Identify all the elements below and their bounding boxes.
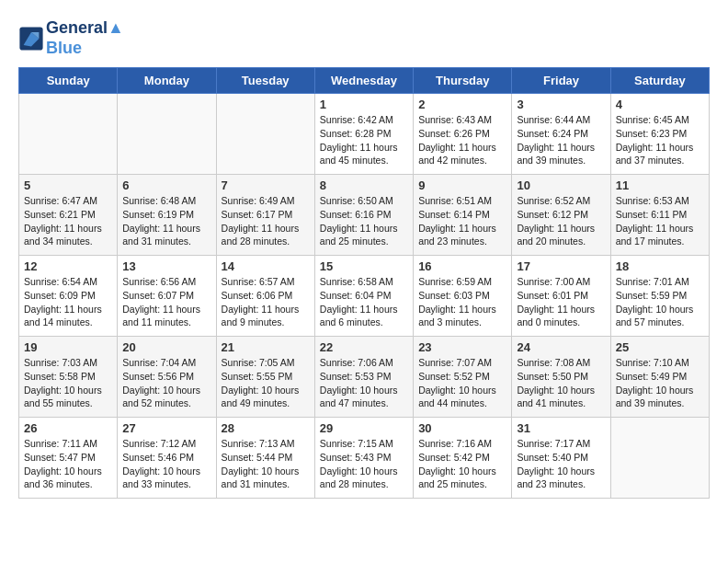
day-info: Sunrise: 7:12 AM Sunset: 5:46 PM Dayligh… bbox=[122, 437, 210, 491]
calendar-cell: 14Sunrise: 6:57 AM Sunset: 6:06 PM Dayli… bbox=[216, 256, 314, 337]
day-header-friday: Friday bbox=[512, 68, 610, 94]
week-row-5: 26Sunrise: 7:11 AM Sunset: 5:47 PM Dayli… bbox=[19, 418, 710, 499]
day-number: 24 bbox=[517, 340, 605, 354]
page: General▲ Blue SundayMondayTuesdayWednesd… bbox=[0, 0, 728, 508]
day-number: 31 bbox=[517, 421, 605, 435]
day-number: 15 bbox=[320, 259, 408, 273]
day-number: 6 bbox=[122, 178, 210, 192]
calendar-cell: 30Sunrise: 7:16 AM Sunset: 5:42 PM Dayli… bbox=[414, 418, 512, 499]
week-row-1: 1Sunrise: 6:42 AM Sunset: 6:28 PM Daylig… bbox=[19, 94, 710, 175]
calendar-cell: 3Sunrise: 6:44 AM Sunset: 6:24 PM Daylig… bbox=[512, 94, 610, 175]
day-header-wednesday: Wednesday bbox=[314, 68, 413, 94]
calendar-cell bbox=[610, 418, 709, 499]
day-info: Sunrise: 7:16 AM Sunset: 5:42 PM Dayligh… bbox=[418, 437, 506, 491]
day-info: Sunrise: 7:13 AM Sunset: 5:44 PM Dayligh… bbox=[222, 437, 310, 491]
day-info: Sunrise: 7:17 AM Sunset: 5:40 PM Dayligh… bbox=[517, 437, 605, 491]
day-number: 21 bbox=[222, 340, 310, 354]
day-info: Sunrise: 6:51 AM Sunset: 6:14 PM Dayligh… bbox=[418, 194, 506, 248]
calendar-cell: 12Sunrise: 6:54 AM Sunset: 6:09 PM Dayli… bbox=[19, 256, 118, 337]
calendar-cell: 7Sunrise: 6:49 AM Sunset: 6:17 PM Daylig… bbox=[216, 175, 314, 256]
logo: General▲ Blue bbox=[18, 18, 124, 58]
calendar-cell: 20Sunrise: 7:04 AM Sunset: 5:56 PM Dayli… bbox=[118, 337, 216, 418]
day-info: Sunrise: 6:52 AM Sunset: 6:12 PM Dayligh… bbox=[517, 194, 605, 248]
day-number: 29 bbox=[320, 421, 408, 435]
day-info: Sunrise: 7:10 AM Sunset: 5:49 PM Dayligh… bbox=[616, 356, 704, 410]
day-header-monday: Monday bbox=[118, 68, 216, 94]
calendar-cell bbox=[118, 94, 216, 175]
day-number: 12 bbox=[24, 259, 112, 273]
day-info: Sunrise: 7:06 AM Sunset: 5:53 PM Dayligh… bbox=[320, 356, 408, 410]
day-number: 27 bbox=[122, 421, 210, 435]
calendar-cell: 6Sunrise: 6:48 AM Sunset: 6:19 PM Daylig… bbox=[118, 175, 216, 256]
week-row-4: 19Sunrise: 7:03 AM Sunset: 5:58 PM Dayli… bbox=[19, 337, 710, 418]
day-number: 1 bbox=[320, 98, 408, 111]
calendar-cell: 22Sunrise: 7:06 AM Sunset: 5:53 PM Dayli… bbox=[314, 337, 413, 418]
day-number: 17 bbox=[517, 259, 605, 273]
day-info: Sunrise: 6:50 AM Sunset: 6:16 PM Dayligh… bbox=[320, 194, 408, 248]
day-info: Sunrise: 6:42 AM Sunset: 6:28 PM Dayligh… bbox=[320, 113, 408, 167]
day-info: Sunrise: 7:03 AM Sunset: 5:58 PM Dayligh… bbox=[24, 356, 112, 410]
day-info: Sunrise: 7:08 AM Sunset: 5:50 PM Dayligh… bbox=[517, 356, 605, 410]
day-info: Sunrise: 6:59 AM Sunset: 6:03 PM Dayligh… bbox=[418, 275, 506, 329]
day-info: Sunrise: 6:54 AM Sunset: 6:09 PM Dayligh… bbox=[24, 275, 112, 329]
calendar-cell: 10Sunrise: 6:52 AM Sunset: 6:12 PM Dayli… bbox=[512, 175, 610, 256]
day-header-sunday: Sunday bbox=[19, 68, 118, 94]
calendar-cell: 13Sunrise: 6:56 AM Sunset: 6:07 PM Dayli… bbox=[118, 256, 216, 337]
day-info: Sunrise: 6:56 AM Sunset: 6:07 PM Dayligh… bbox=[122, 275, 210, 329]
calendar-cell bbox=[216, 94, 314, 175]
calendar-cell: 15Sunrise: 6:58 AM Sunset: 6:04 PM Dayli… bbox=[314, 256, 413, 337]
calendar-cell: 1Sunrise: 6:42 AM Sunset: 6:28 PM Daylig… bbox=[314, 94, 413, 175]
day-header-tuesday: Tuesday bbox=[216, 68, 314, 94]
day-number: 20 bbox=[122, 340, 210, 354]
day-number: 16 bbox=[418, 259, 506, 273]
day-number: 28 bbox=[222, 421, 310, 435]
day-number: 10 bbox=[517, 178, 605, 192]
calendar-cell: 24Sunrise: 7:08 AM Sunset: 5:50 PM Dayli… bbox=[512, 337, 610, 418]
header: General▲ Blue bbox=[18, 18, 710, 58]
day-number: 2 bbox=[418, 98, 506, 111]
day-info: Sunrise: 6:53 AM Sunset: 6:11 PM Dayligh… bbox=[616, 194, 704, 248]
week-row-2: 5Sunrise: 6:47 AM Sunset: 6:21 PM Daylig… bbox=[19, 175, 710, 256]
calendar-cell: 9Sunrise: 6:51 AM Sunset: 6:14 PM Daylig… bbox=[414, 175, 512, 256]
day-number: 11 bbox=[616, 178, 704, 192]
day-number: 3 bbox=[517, 98, 605, 111]
day-info: Sunrise: 7:01 AM Sunset: 5:59 PM Dayligh… bbox=[616, 275, 704, 329]
day-header-saturday: Saturday bbox=[610, 68, 709, 94]
day-number: 13 bbox=[122, 259, 210, 273]
day-info: Sunrise: 6:45 AM Sunset: 6:23 PM Dayligh… bbox=[616, 113, 704, 167]
calendar-cell: 18Sunrise: 7:01 AM Sunset: 5:59 PM Dayli… bbox=[610, 256, 709, 337]
day-number: 23 bbox=[418, 340, 506, 354]
day-number: 19 bbox=[24, 340, 112, 354]
calendar-cell: 4Sunrise: 6:45 AM Sunset: 6:23 PM Daylig… bbox=[610, 94, 709, 175]
day-info: Sunrise: 6:43 AM Sunset: 6:26 PM Dayligh… bbox=[418, 113, 506, 167]
day-info: Sunrise: 6:58 AM Sunset: 6:04 PM Dayligh… bbox=[320, 275, 408, 329]
header-row: SundayMondayTuesdayWednesdayThursdayFrid… bbox=[19, 68, 710, 94]
day-info: Sunrise: 7:11 AM Sunset: 5:47 PM Dayligh… bbox=[24, 437, 112, 491]
calendar-cell: 27Sunrise: 7:12 AM Sunset: 5:46 PM Dayli… bbox=[118, 418, 216, 499]
day-number: 5 bbox=[24, 178, 112, 192]
calendar-cell: 28Sunrise: 7:13 AM Sunset: 5:44 PM Dayli… bbox=[216, 418, 314, 499]
calendar-cell: 5Sunrise: 6:47 AM Sunset: 6:21 PM Daylig… bbox=[19, 175, 118, 256]
day-info: Sunrise: 6:49 AM Sunset: 6:17 PM Dayligh… bbox=[222, 194, 310, 248]
day-number: 25 bbox=[616, 340, 704, 354]
day-info: Sunrise: 7:07 AM Sunset: 5:52 PM Dayligh… bbox=[418, 356, 506, 410]
calendar-cell: 21Sunrise: 7:05 AM Sunset: 5:55 PM Dayli… bbox=[216, 337, 314, 418]
calendar-cell: 16Sunrise: 6:59 AM Sunset: 6:03 PM Dayli… bbox=[414, 256, 512, 337]
day-number: 7 bbox=[222, 178, 310, 192]
day-number: 30 bbox=[418, 421, 506, 435]
calendar-table: SundayMondayTuesdayWednesdayThursdayFrid… bbox=[18, 67, 710, 499]
day-info: Sunrise: 6:47 AM Sunset: 6:21 PM Dayligh… bbox=[24, 194, 112, 248]
logo-icon bbox=[18, 26, 44, 52]
day-number: 22 bbox=[320, 340, 408, 354]
day-info: Sunrise: 7:15 AM Sunset: 5:43 PM Dayligh… bbox=[320, 437, 408, 491]
calendar-cell: 23Sunrise: 7:07 AM Sunset: 5:52 PM Dayli… bbox=[414, 337, 512, 418]
day-number: 26 bbox=[24, 421, 112, 435]
day-number: 14 bbox=[222, 259, 310, 273]
day-info: Sunrise: 7:00 AM Sunset: 6:01 PM Dayligh… bbox=[517, 275, 605, 329]
day-info: Sunrise: 7:05 AM Sunset: 5:55 PM Dayligh… bbox=[222, 356, 310, 410]
calendar-cell: 2Sunrise: 6:43 AM Sunset: 6:26 PM Daylig… bbox=[414, 94, 512, 175]
day-number: 9 bbox=[418, 178, 506, 192]
day-info: Sunrise: 6:57 AM Sunset: 6:06 PM Dayligh… bbox=[222, 275, 310, 329]
calendar-cell bbox=[19, 94, 118, 175]
calendar-cell: 17Sunrise: 7:00 AM Sunset: 6:01 PM Dayli… bbox=[512, 256, 610, 337]
